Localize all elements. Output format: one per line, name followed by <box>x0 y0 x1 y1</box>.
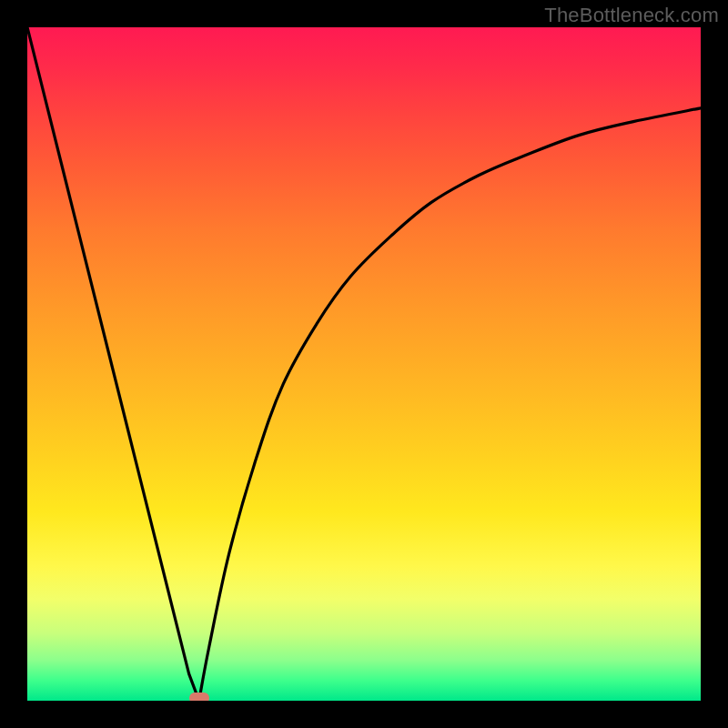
chart-frame: TheBottleneck.com <box>0 0 728 728</box>
plot-area <box>27 27 701 701</box>
curve-path <box>27 27 701 701</box>
curve-svg <box>27 27 701 701</box>
min-marker <box>189 693 209 701</box>
watermark-text: TheBottleneck.com <box>544 4 719 27</box>
